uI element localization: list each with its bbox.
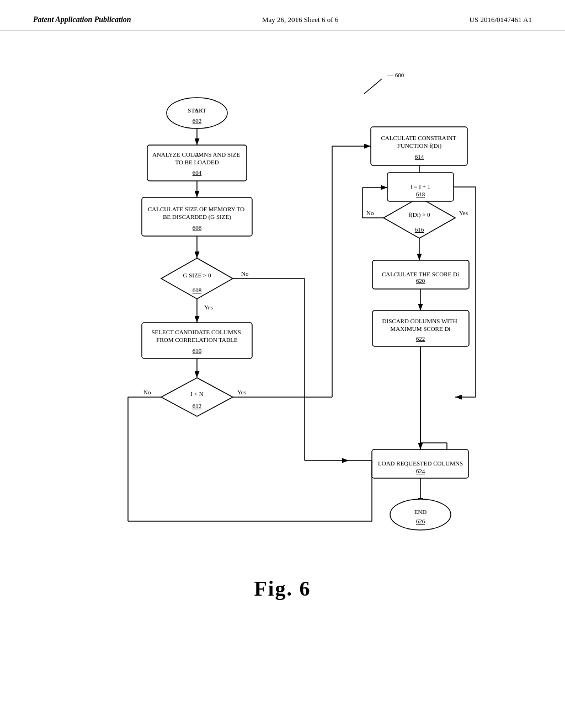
svg-text:618: 618	[416, 191, 425, 197]
svg-text:624: 624	[416, 468, 425, 474]
svg-marker-30	[161, 378, 233, 416]
svg-text:616: 616	[415, 226, 424, 233]
svg-text:602: 602	[193, 117, 202, 124]
svg-text:622: 622	[416, 335, 425, 342]
header-right: US 2016/0147461 A1	[470, 15, 532, 24]
svg-text:614: 614	[415, 153, 424, 160]
svg-text:Yes: Yes	[459, 210, 468, 216]
svg-text:610: 610	[193, 347, 202, 354]
svg-text:f(Di) > 0: f(Di) > 0	[408, 211, 430, 218]
svg-text:I < N: I < N	[190, 390, 203, 397]
svg-text:604: 604	[193, 169, 202, 176]
svg-text:— 600: — 600	[387, 72, 404, 78]
svg-text:608: 608	[193, 287, 202, 293]
svg-text:No: No	[143, 389, 151, 395]
svg-line-1	[364, 79, 382, 94]
svg-text:I = I + 1: I = I + 1	[411, 183, 430, 190]
svg-text:START: START	[188, 107, 206, 114]
svg-text:Yes: Yes	[204, 304, 213, 311]
header-center: May 26, 2016 Sheet 6 of 6	[262, 15, 338, 24]
svg-text:No: No	[366, 210, 374, 216]
svg-text:CALCULATE THE SCORE Di: CALCULATE THE SCORE Di	[382, 271, 459, 277]
svg-text:G SIZE > 0: G SIZE > 0	[183, 272, 211, 279]
svg-text:612: 612	[193, 403, 202, 409]
svg-text:No: No	[241, 270, 249, 277]
page-header: Patent Application Publication May 26, 2…	[0, 0, 565, 30]
figure-caption: Fig. 6	[0, 576, 565, 601]
svg-text:606: 606	[193, 224, 202, 231]
svg-text:626: 626	[416, 518, 425, 524]
header-left: Patent Application Publication	[33, 15, 131, 24]
flowchart-svg: — 600 S START 602 A ANALYZE COLUMNS AND …	[0, 41, 565, 565]
diagram-area: — 600 S START 602 A ANALYZE COLUMNS AND …	[0, 41, 565, 565]
svg-text:620: 620	[416, 277, 425, 284]
svg-text:END: END	[414, 508, 427, 515]
svg-text:Yes: Yes	[237, 389, 246, 395]
svg-text:LOAD REQUESTED COLUMNS: LOAD REQUESTED COLUMNS	[378, 460, 463, 467]
